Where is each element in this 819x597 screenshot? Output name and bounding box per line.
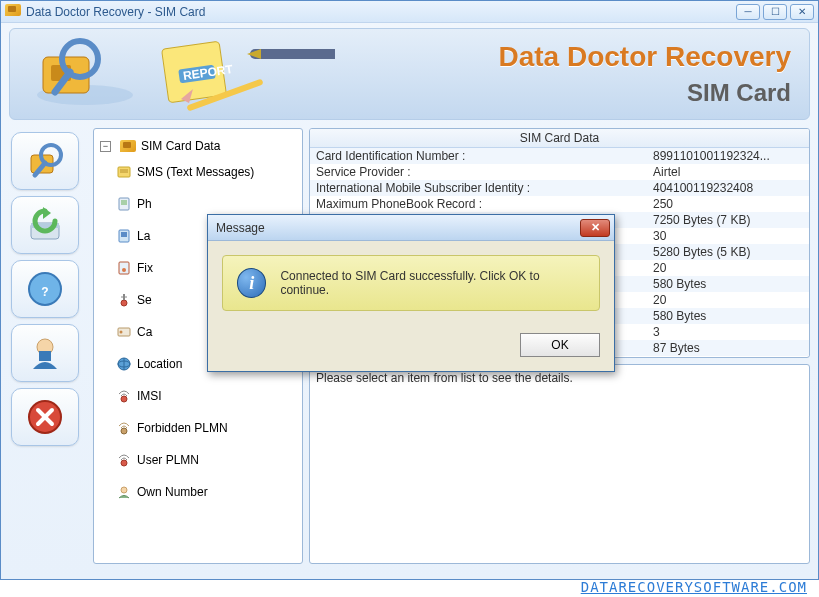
tree-item-label: IMSI	[137, 389, 162, 403]
tree-item-icon	[116, 388, 132, 404]
tree-item-icon	[116, 324, 132, 340]
detail-panel: Please select an item from list to see t…	[309, 364, 810, 564]
table-key: Maximum PhoneBook Record :	[316, 197, 653, 211]
tree-item-label: Ca	[137, 325, 152, 339]
table-value: 5280 Bytes (5 KB)	[653, 245, 803, 259]
sidebar: ?	[9, 128, 87, 564]
tree-root-label: SIM Card Data	[141, 139, 220, 153]
table-value: 404100119232408	[653, 181, 803, 195]
dialog-body: i Connected to SIM Card successfully. Cl…	[208, 241, 614, 325]
tree-item[interactable]: IMSI	[98, 385, 298, 407]
tree-item-label: Fix	[137, 261, 153, 275]
brand-subtitle: SIM Card	[687, 79, 791, 107]
tree-item[interactable]: Forbidden PLMN	[98, 417, 298, 439]
dialog-titlebar: Message ✕	[208, 215, 614, 241]
svg-point-34	[121, 300, 127, 306]
window-title: Data Doctor Recovery - SIM Card	[26, 5, 736, 19]
svg-rect-21	[39, 351, 51, 361]
table-key: Card Identification Number :	[316, 149, 653, 163]
svg-point-44	[121, 460, 127, 466]
info-icon: i	[237, 268, 266, 298]
tree-item-label: Ph	[137, 197, 152, 211]
tree-item-icon	[116, 452, 132, 468]
dialog-title: Message	[212, 221, 580, 235]
dialog-actions: OK	[208, 325, 614, 371]
table-value: 250	[653, 197, 803, 211]
sidebar-scan-button[interactable]	[11, 132, 79, 190]
table-value: 8991101001192324...	[653, 149, 803, 163]
table-key: Service Provider :	[316, 165, 653, 179]
svg-rect-31	[121, 232, 127, 237]
message-box: i Connected to SIM Card successfully. Cl…	[222, 255, 600, 311]
table-value: 30	[653, 229, 803, 243]
tree-item-label: SMS (Text Messages)	[137, 165, 254, 179]
minimize-button[interactable]: ─	[736, 4, 760, 20]
tree-item-label: User PLMN	[137, 453, 199, 467]
tree-item-icon	[116, 164, 132, 180]
dialog-message: Connected to SIM Card successfully. Clic…	[280, 269, 585, 297]
table-value: 20	[653, 293, 803, 307]
collapse-icon[interactable]: −	[100, 141, 111, 152]
svg-point-33	[122, 268, 126, 272]
table-row: Maximum PhoneBook Record :250	[310, 196, 809, 212]
table-value: 7250 Bytes (7 KB)	[653, 213, 803, 227]
table-value: Airtel	[653, 165, 803, 179]
tree-item-label: La	[137, 229, 150, 243]
tree-item-label: Location	[137, 357, 182, 371]
table-value: 580 Bytes	[653, 309, 803, 323]
svg-rect-29	[121, 200, 127, 205]
tree-item-icon	[116, 228, 132, 244]
tree-item-label: Se	[137, 293, 152, 307]
tree-item-label: Forbidden PLMN	[137, 421, 228, 435]
ok-button[interactable]: OK	[520, 333, 600, 357]
table-value: 580 Bytes	[653, 277, 803, 291]
table-key: International Mobile Subscriber Identity…	[316, 181, 653, 195]
brand-title: Data Doctor Recovery	[498, 41, 791, 73]
table-row: International Mobile Subscriber Identity…	[310, 180, 809, 196]
table-row: Service Provider :Airtel	[310, 164, 809, 180]
tree-item-label: Own Number	[137, 485, 208, 499]
svg-point-38	[120, 331, 123, 334]
table-value: 87 Bytes	[653, 341, 803, 355]
svg-marker-17	[43, 207, 51, 219]
header-banner: REPORT Data Doctor Recovery SIM Card	[9, 28, 810, 120]
tree-item-icon	[116, 260, 132, 276]
table-value: 20	[653, 261, 803, 275]
svg-text:?: ?	[41, 285, 48, 299]
tree-item-icon	[116, 196, 132, 212]
tree-item-icon	[116, 484, 132, 500]
maximize-button[interactable]: ☐	[763, 4, 787, 20]
message-dialog: Message ✕ i Connected to SIM Card succes…	[207, 214, 615, 372]
svg-point-43	[121, 428, 127, 434]
close-button[interactable]: ✕	[790, 4, 814, 20]
tree-item-icon	[116, 420, 132, 436]
tree-item[interactable]: Own Number	[98, 481, 298, 503]
sidebar-help-button[interactable]: ?	[11, 260, 79, 318]
tree-item[interactable]: User PLMN	[98, 449, 298, 471]
tree-item[interactable]: Ph	[98, 193, 298, 215]
tree-item[interactable]: SMS (Text Messages)	[98, 161, 298, 183]
sim-icon	[120, 138, 136, 154]
sidebar-user-button[interactable]	[11, 324, 79, 382]
tree-item-icon	[116, 292, 132, 308]
sidebar-cancel-button[interactable]	[11, 388, 79, 446]
titlebar: Data Doctor Recovery - SIM Card ─ ☐ ✕	[1, 1, 818, 23]
dialog-close-button[interactable]: ✕	[580, 219, 610, 237]
svg-point-42	[121, 396, 127, 402]
detail-placeholder: Please select an item from list to see t…	[316, 371, 573, 385]
tree-root[interactable]: − SIM Card Data	[98, 135, 298, 157]
svg-point-45	[121, 487, 127, 493]
sidebar-recover-button[interactable]	[11, 196, 79, 254]
banner-art: REPORT	[25, 37, 335, 120]
svg-rect-8	[250, 49, 335, 59]
window-controls: ─ ☐ ✕	[736, 4, 814, 20]
app-icon	[5, 4, 21, 20]
table-header: SIM Card Data	[310, 129, 809, 148]
footer-link[interactable]: DATARECOVERYSOFTWARE.COM	[581, 579, 807, 595]
table-value: 3	[653, 325, 803, 339]
table-row: Card Identification Number :899110100119…	[310, 148, 809, 164]
tree-item-icon	[116, 356, 132, 372]
